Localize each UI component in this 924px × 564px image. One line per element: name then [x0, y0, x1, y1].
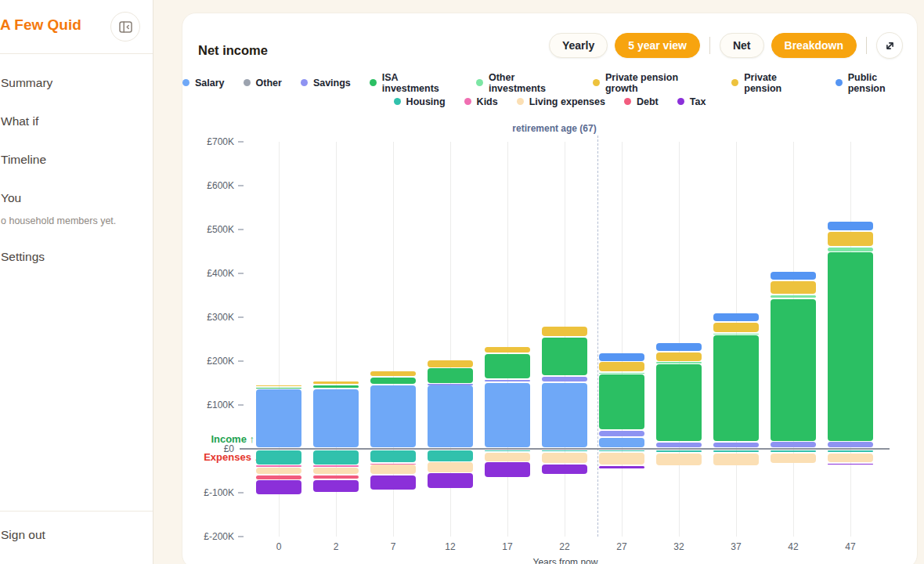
bar-segment-living-expenses-year-42: [771, 454, 816, 463]
bar-segment-isa-investments-year-12: [428, 368, 473, 382]
y-axis-tick: [238, 316, 244, 318]
bar-segment-isa-investments-year-37: [713, 335, 759, 441]
bar-segment-isa-investments-year-7: [370, 378, 416, 384]
bar-segment-housing-year-37: [713, 450, 759, 452]
bar-segment-public-pension-year-32: [656, 343, 702, 352]
bar-segment-savings-year-47: [828, 442, 873, 447]
bar-segment-savings-year-32: [656, 443, 702, 447]
x-axis-tick-label: 22: [549, 541, 580, 552]
bar-segment-salary-year-7: [370, 385, 416, 447]
bar-segment-public-pension-year-37: [713, 313, 759, 321]
sidebar-item-settings[interactable]: Settings: [1, 248, 153, 266]
bar-segment-living-expenses-year-2: [313, 468, 359, 475]
bar-segment-living-expenses-year-7: [370, 465, 416, 474]
y-axis-tick: [238, 141, 244, 143]
bar-segment-other-investments-year-47: [828, 248, 873, 251]
chart-card: Net income Yearly5 year viewNetBreakdown…: [182, 13, 918, 564]
bar-segment-tax-year-17: [485, 462, 530, 476]
chart-plot: retirement age (67)£700K£600K£500K£400K£…: [182, 13, 917, 564]
bar-segment-isa-investments-year-27: [599, 374, 644, 429]
sidebar-item-timeline[interactable]: Timeline: [1, 151, 153, 168]
bar-segment-debt-year-2: [313, 475, 359, 479]
bar-segment-other-investments-year-32: [656, 362, 702, 363]
bar-segment-savings-year-37: [713, 443, 759, 447]
y-axis-tick-label: £300K: [182, 311, 234, 324]
sidebar-item-label: Settings: [1, 248, 153, 266]
y-axis-tick-label: £700K: [182, 136, 234, 148]
sign-out-link[interactable]: Sign out: [1, 528, 153, 542]
bar-segment-public-pension-year-27: [599, 353, 644, 361]
sidebar-item-what-if[interactable]: What if: [1, 113, 153, 130]
bar-segment-salary-year-22: [542, 383, 587, 447]
bar-segment-tax-year-27: [599, 466, 644, 468]
bar-segment-living-expenses-year-47: [828, 454, 873, 462]
bar-segment-savings-year-17: [485, 380, 530, 381]
bar-segment-isa-investments-year-32: [656, 364, 702, 441]
bar-segment-private-pension-year-42: [771, 281, 816, 294]
bar-segment-private-pension-growth-year-0: [256, 385, 301, 387]
x-axis-tick-label: 32: [663, 541, 695, 552]
bar-segment-housing-year-7: [370, 450, 416, 462]
x-axis-tick-label: 17: [492, 541, 523, 552]
x-axis-tick-label: 0: [263, 541, 294, 552]
bar-segment-other-investments-year-37: [713, 334, 759, 334]
y-axis-tick: [238, 229, 244, 230]
y-axis-tick-label: £600K: [182, 179, 234, 192]
bar-segment-savings-year-42: [771, 442, 816, 447]
sidebar-item-subtext: o household members yet.: [1, 215, 153, 227]
y-axis-tick-label: £-200K: [182, 530, 234, 543]
bar-segment-public-pension-year-42: [771, 272, 816, 280]
bar-segment-isa-investments-year-47: [828, 252, 873, 440]
retirement-age-label: retirement age (67): [460, 123, 648, 134]
bar-segment-isa-investments-year-22: [542, 338, 587, 375]
retirement-age-line: [597, 136, 598, 537]
sidebar-item-you[interactable]: Youo household members yet.: [1, 190, 153, 227]
x-axis-tick-label: 2: [320, 541, 352, 552]
bar-segment-isa-investments-year-0: [256, 388, 301, 389]
sidebar-item-label: You: [1, 190, 153, 207]
y-axis-tick-label: £-100K: [182, 486, 234, 499]
panel-collapse-icon: [118, 20, 133, 34]
bar-segment-private-pension-growth-year-12: [428, 360, 473, 367]
bar-segment-housing-year-12: [428, 450, 473, 461]
bar-segment-public-pension-year-47: [828, 222, 873, 230]
bar-segment-savings-year-22: [542, 377, 587, 381]
bar-segment-tax-year-0: [256, 480, 301, 494]
gridline: [622, 142, 623, 537]
x-axis-tick-label: 27: [606, 541, 637, 552]
bar-segment-private-pension-growth-year-2: [313, 381, 359, 384]
bar-segment-housing-year-0: [256, 450, 301, 465]
x-axis-tick-label: 37: [720, 541, 752, 552]
bar-segment-housing-year-27: [599, 450, 644, 451]
bar-segment-housing-year-2: [313, 450, 359, 465]
bar-segment-tax-year-22: [542, 465, 587, 475]
bar-segment-debt-year-0: [256, 475, 301, 479]
x-axis-tick-label: 47: [835, 541, 866, 552]
sidebar-collapse-button[interactable]: [110, 12, 140, 42]
sidebar-footer: Sign out: [0, 511, 153, 542]
sidebar-item-label: What if: [1, 113, 153, 130]
sidebar-item-summary[interactable]: Summary: [1, 74, 153, 92]
bar-segment-private-pension-growth-year-17: [485, 347, 530, 352]
bar-segment-private-pension-year-27: [599, 362, 644, 371]
bar-segment-savings-year-12: [428, 384, 473, 385]
bar-segment-salary-year-0: [256, 389, 301, 447]
bar-segment-living-expenses-year-17: [485, 453, 530, 461]
bar-segment-salary-year-17: [485, 383, 530, 447]
bar-segment-other-investments-year-27: [599, 373, 644, 374]
bar-segment-tax-year-12: [428, 473, 473, 487]
bar-segment-isa-investments-year-42: [771, 299, 816, 441]
bar-segment-private-pension-growth-year-22: [542, 327, 587, 336]
bar-segment-tax-year-7: [370, 475, 416, 490]
gridline: [507, 142, 508, 537]
bar-segment-other-investments-year-42: [771, 295, 816, 298]
y-axis-tick-label: £200K: [182, 355, 234, 367]
bar-segment-housing-year-32: [656, 450, 702, 452]
y-axis-tick: [238, 536, 244, 537]
y-axis-tick: [238, 185, 244, 186]
bar-segment-private-pension-growth-year-7: [370, 371, 416, 375]
x-axis-title: Years from now: [409, 557, 722, 564]
bar-segment-isa-investments-year-2: [313, 385, 359, 389]
sidebar-item-label: Summary: [1, 74, 153, 92]
gridline: [679, 142, 680, 537]
